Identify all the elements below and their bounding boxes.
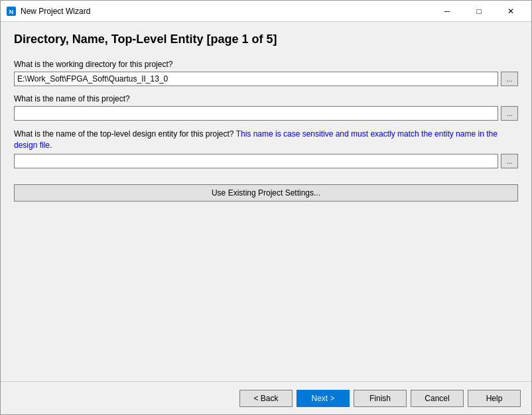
project-name-browse-button[interactable]: ... bbox=[501, 106, 518, 121]
next-button[interactable]: Next > bbox=[297, 390, 350, 407]
top-level-group: What is the name of the top-level design… bbox=[14, 129, 518, 168]
use-existing-button[interactable]: Use Existing Project Settings... bbox=[14, 184, 518, 202]
wizard-content: Directory, Name, Top-Level Entity [page … bbox=[1, 22, 531, 381]
help-button[interactable]: Help bbox=[468, 390, 521, 407]
working-dir-input-row: ... bbox=[14, 72, 518, 86]
cancel-button[interactable]: Cancel bbox=[411, 390, 464, 407]
top-level-input[interactable] bbox=[14, 154, 498, 168]
app-icon: N bbox=[6, 6, 17, 17]
wizard-window: N New Project Wizard ─ □ ✕ Directory, Na… bbox=[0, 0, 532, 415]
close-button[interactable]: ✕ bbox=[496, 1, 526, 21]
maximize-button[interactable]: □ bbox=[464, 1, 494, 21]
wizard-footer: < Back Next > Finish Cancel Help bbox=[1, 381, 531, 414]
project-name-group: What is the name of this project? ... bbox=[14, 94, 518, 121]
top-level-label: What is the name of the top-level design… bbox=[14, 129, 518, 151]
project-name-label: What is the name of this project? bbox=[14, 94, 518, 103]
top-level-browse-button[interactable]: ... bbox=[501, 154, 518, 168]
window-controls: ─ □ ✕ bbox=[432, 1, 526, 21]
minimize-button[interactable]: ─ bbox=[432, 1, 462, 21]
svg-text:N: N bbox=[9, 9, 14, 15]
title-bar: N New Project Wizard ─ □ ✕ bbox=[1, 1, 531, 22]
working-dir-group: What is the working directory for this p… bbox=[14, 60, 518, 86]
window-title: New Project Wizard bbox=[21, 7, 432, 16]
page-title: Directory, Name, Top-Level Entity [page … bbox=[14, 32, 518, 46]
finish-button[interactable]: Finish bbox=[354, 390, 407, 407]
project-name-input-row: ... bbox=[14, 106, 518, 121]
working-dir-browse-button[interactable]: ... bbox=[501, 72, 518, 86]
working-dir-label: What is the working directory for this p… bbox=[14, 60, 518, 69]
project-name-input[interactable] bbox=[14, 106, 498, 121]
top-level-input-row: ... bbox=[14, 154, 518, 168]
top-level-label-part1: What is the name of the top-level design… bbox=[14, 129, 234, 139]
back-button[interactable]: < Back bbox=[239, 390, 293, 407]
working-dir-input[interactable] bbox=[14, 72, 498, 86]
